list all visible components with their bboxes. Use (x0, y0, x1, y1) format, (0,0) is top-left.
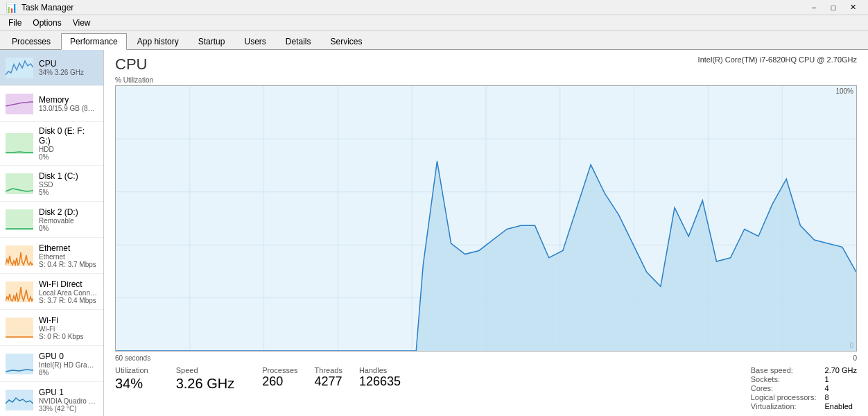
wifi-direct-thumb (6, 281, 33, 302)
disk0-thumb (6, 133, 33, 154)
memory-sidebar-sub: 13.0/15.9 GB (82%) (39, 105, 98, 112)
wifi-direct-sidebar-sub1: Local Area Conne... (39, 289, 98, 297)
memory-sidebar-title: Memory (39, 95, 98, 105)
gpu0-thumb (6, 354, 33, 374)
ethernet-sidebar-title: Ethernet (39, 243, 98, 253)
disk1-thumb (6, 173, 33, 194)
maximize-button[interactable]: □ (824, 0, 843, 15)
sidebar-item-wifi[interactable]: Wi-Fi Wi-Fi S: 0 R: 0 Kbps (0, 310, 103, 346)
ethernet-sidebar-sub2: S: 0.4 R: 3.7 Mbps (39, 261, 98, 268)
handles-value: 126635 (359, 374, 401, 389)
disk1-sidebar-text: Disk 1 (C:) SSD 5% (39, 171, 98, 196)
base-speed-value: 2.70 GHz (825, 366, 857, 374)
chart-time-left: 60 seconds (115, 354, 150, 362)
disk2-sidebar-text: Disk 2 (D:) Removable 0% (39, 207, 98, 232)
minimize-button[interactable]: − (804, 0, 824, 15)
stat-col-pth: Processes 260 Threads 4277 Handles 12663… (262, 366, 401, 410)
tab-app-history[interactable]: App history (128, 33, 188, 49)
sidebar-item-memory[interactable]: Memory 13.0/15.9 GB (82%) (0, 86, 103, 122)
ethernet-sidebar-text: Ethernet Ethernet S: 0.4 R: 3.7 Mbps (39, 243, 98, 268)
tab-services[interactable]: Services (322, 33, 372, 49)
cpu-thumb (6, 58, 33, 78)
processes-value: 260 (262, 374, 297, 389)
sidebar-item-gpu0[interactable]: GPU 0 Intel(R) HD Graphi... 8% (0, 346, 103, 382)
sidebar-item-disk0[interactable]: Disk 0 (E: F: G:) HDD 0% (0, 122, 103, 166)
gpu1-sidebar-text: GPU 1 NVIDIA Quadro M... 33% (42 °C) (39, 388, 98, 413)
cores-label: Cores: (751, 384, 817, 392)
tab-bar: Processes Performance App history Startu… (0, 31, 868, 50)
gpu1-sidebar-sub2: 33% (42 °C) (39, 405, 98, 413)
disk1-sidebar-sub2: 5% (39, 189, 98, 196)
gpu0-sidebar-sub2: 8% (39, 369, 98, 376)
speed-stat-label: Speed (176, 366, 234, 374)
menu-view[interactable]: View (67, 17, 96, 29)
wifi-direct-sidebar-text: Wi-Fi Direct Local Area Conne... S: 3.7 … (39, 279, 98, 304)
disk2-sidebar-sub2: 0% (39, 225, 98, 232)
wifi-sidebar-text: Wi-Fi Wi-Fi S: 0 R: 0 Kbps (39, 315, 98, 340)
wifi-thumb (6, 318, 33, 338)
disk0-sidebar-sub1: HDD (39, 146, 98, 153)
detail-title: CPU (115, 55, 147, 73)
disk1-sidebar-sub1: SSD (39, 181, 98, 189)
sidebar-item-ethernet[interactable]: Ethernet Ethernet S: 0.4 R: 3.7 Mbps (0, 238, 103, 274)
svg-rect-0 (6, 58, 33, 78)
menu-options[interactable]: Options (27, 17, 67, 29)
gpu1-sidebar-title: GPU 1 (39, 388, 98, 397)
menu-bar: File Options View (0, 15, 868, 31)
tab-details[interactable]: Details (277, 33, 320, 49)
chart-time-right: 0 (853, 354, 857, 362)
cpu-sidebar-title: CPU (39, 59, 98, 69)
base-speed-label: Base speed: (751, 366, 817, 374)
tab-users[interactable]: Users (235, 33, 275, 49)
sidebar-item-cpu[interactable]: CPU 34% 3.26 GHz (0, 50, 103, 86)
main-content: CPU 34% 3.26 GHz Memory 13.0/15.9 GB (82… (0, 50, 868, 416)
virt-value: Enabled (825, 402, 857, 410)
tab-processes[interactable]: Processes (3, 33, 60, 49)
gpu1-thumb (6, 390, 33, 410)
disk2-sidebar-sub1: Removable (39, 217, 98, 225)
logical-label: Logical processors: (751, 393, 817, 401)
sidebar-item-wifi-direct[interactable]: Wi-Fi Direct Local Area Conne... S: 3.7 … (0, 274, 103, 310)
wifi-direct-sidebar-title: Wi-Fi Direct (39, 279, 98, 289)
stat-col-info: Base speed: 2.70 GHz Sockets: 1 Cores: 4… (751, 366, 857, 410)
speed-stat-value: 3.26 GHz (176, 376, 234, 392)
memory-thumb (6, 94, 33, 114)
cpu-sidebar-text: CPU 34% 3.26 GHz (39, 59, 98, 76)
sidebar-item-disk2[interactable]: Disk 2 (D:) Removable 0% (0, 202, 103, 238)
ethernet-sidebar-sub1: Ethernet (39, 253, 98, 261)
sockets-value: 1 (825, 375, 857, 383)
detail-subtitle: Intel(R) Core(TM) i7-6820HQ CPU @ 2.70GH… (698, 55, 857, 64)
tab-startup[interactable]: Startup (189, 33, 234, 49)
gpu1-sidebar-sub1: NVIDIA Quadro M... (39, 397, 98, 405)
close-button[interactable]: ✕ (843, 0, 862, 15)
sidebar-item-disk1[interactable]: Disk 1 (C:) SSD 5% (0, 166, 103, 202)
threads-value: 4277 (315, 374, 342, 389)
handles-label: Handles (359, 366, 401, 374)
sidebar-item-gpu1[interactable]: GPU 1 NVIDIA Quadro M... 33% (42 °C) (0, 382, 103, 416)
sidebar: CPU 34% 3.26 GHz Memory 13.0/15.9 GB (82… (0, 50, 104, 416)
svg-rect-7 (6, 318, 33, 338)
cpu-sidebar-sub: 34% 3.26 GHz (39, 69, 98, 76)
util-stat-label: Utilization (115, 366, 148, 374)
gpu0-sidebar-text: GPU 0 Intel(R) HD Graphi... 8% (39, 352, 98, 376)
wifi-sidebar-sub2: S: 0 R: 0 Kbps (39, 333, 98, 340)
tab-performance[interactable]: Performance (61, 33, 127, 50)
stat-col-speed: Speed 3.26 GHz (176, 366, 234, 410)
disk2-thumb (6, 209, 33, 230)
cores-value: 4 (825, 384, 857, 392)
gpu0-sidebar-title: GPU 0 (39, 352, 98, 361)
cpu-chart: 100% 0 (115, 85, 857, 352)
detail-header: CPU Intel(R) Core(TM) i7-6820HQ CPU @ 2.… (115, 55, 857, 73)
menu-file[interactable]: File (3, 17, 27, 29)
virt-label: Virtualization: (751, 402, 817, 410)
svg-rect-1 (6, 94, 33, 114)
ethernet-thumb (6, 245, 33, 266)
disk1-sidebar-title: Disk 1 (C:) (39, 171, 98, 181)
memory-sidebar-text: Memory 13.0/15.9 GB (82%) (39, 95, 98, 112)
disk0-sidebar-title: Disk 0 (E: F: G:) (39, 126, 98, 146)
threads-label: Threads (315, 366, 342, 374)
window-title: Task Manager (21, 3, 73, 12)
logical-value: 8 (825, 393, 857, 401)
detail-panel: CPU Intel(R) Core(TM) i7-6820HQ CPU @ 2.… (104, 50, 868, 416)
gpu0-sidebar-sub1: Intel(R) HD Graphi... (39, 361, 98, 369)
